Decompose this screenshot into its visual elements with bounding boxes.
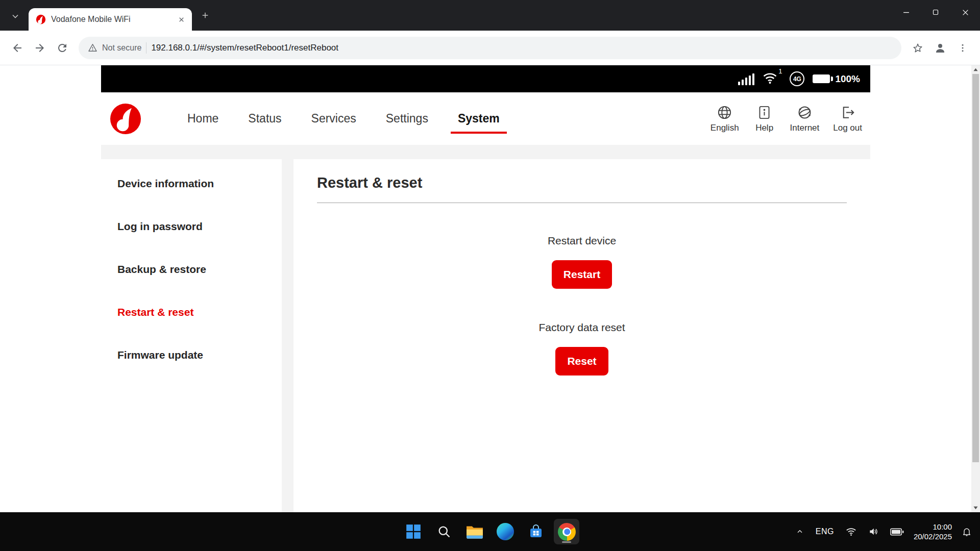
edge-icon: [497, 523, 514, 540]
search-button[interactable]: [431, 519, 457, 544]
plus-icon: [201, 11, 209, 19]
browser-tab[interactable]: Vodafone Mobile WiFi: [29, 8, 192, 31]
reload-icon: [56, 42, 68, 54]
logout-icon: [840, 105, 855, 120]
battery-percent: 100%: [835, 73, 860, 85]
taskbar-clock[interactable]: 10:00 20/02/2025: [914, 522, 952, 541]
not-secure-label[interactable]: Not secure: [102, 43, 141, 53]
tab-title: Vodafone Mobile WiFi: [51, 15, 170, 24]
menu-label: Settings: [386, 112, 428, 126]
sidebar-item-device-information[interactable]: Device information: [117, 177, 272, 190]
battery-nub: [831, 77, 833, 81]
speaker-icon: [868, 527, 878, 537]
maximize-button[interactable]: [921, 0, 950, 24]
star-icon: [912, 42, 923, 54]
address-bar[interactable]: Not secure 192.168.0.1/#/system/resetReb…: [79, 37, 901, 59]
help-doc-icon: [756, 105, 772, 120]
tab-search-button[interactable]: [6, 7, 24, 26]
tray-volume-button[interactable]: [866, 524, 880, 539]
omnibox-divider: [146, 42, 146, 54]
clock-date: 20/02/2025: [914, 532, 952, 541]
help-label: Help: [755, 123, 773, 133]
file-explorer-icon: [466, 524, 483, 539]
scrollbar-thumb[interactable]: [972, 74, 979, 462]
internet-button[interactable]: Internet: [790, 105, 820, 133]
system-sidebar: Device information Log in password Backu…: [101, 159, 282, 512]
tray-battery-button[interactable]: [888, 526, 906, 538]
start-button[interactable]: [401, 519, 426, 544]
scroll-down-arrow[interactable]: [971, 504, 980, 512]
wifi-status: 1: [763, 72, 781, 86]
browser-menu-button[interactable]: [951, 37, 974, 59]
battery-icon: [813, 74, 830, 83]
language-indicator[interactable]: ENG: [814, 525, 836, 538]
microsoft-store-icon: [528, 524, 544, 539]
sidebar-item-login-password[interactable]: Log in password: [117, 219, 272, 233]
network-4g-badge: 4G: [790, 71, 804, 86]
windows-taskbar: ENG 10:00 20/02/2025: [0, 512, 980, 551]
sidebar-item-backup-restore[interactable]: Backup & restore: [117, 262, 272, 276]
sidebar-item-restart-reset[interactable]: Restart & reset: [117, 305, 272, 319]
reload-button[interactable]: [51, 37, 74, 59]
minimize-icon: [903, 9, 910, 16]
help-button[interactable]: Help: [753, 105, 776, 133]
triangle-up-icon: [973, 67, 978, 72]
triangle-down-icon: [973, 506, 978, 510]
menu-item-services[interactable]: Services: [297, 92, 371, 145]
close-window-button[interactable]: [950, 0, 980, 24]
device-status-bar: 1 4G 100%: [101, 65, 870, 92]
scroll-up-arrow[interactable]: [971, 65, 980, 74]
menu-item-system[interactable]: System: [443, 92, 514, 145]
sidebar-item-firmware-update[interactable]: Firmware update: [117, 348, 272, 362]
web-page: 1 4G 100% Home Status Services Settings …: [0, 65, 971, 512]
factory-reset-label: Factory data reset: [317, 321, 847, 334]
microsoft-store-button[interactable]: [523, 519, 549, 544]
maximize-icon: [933, 9, 939, 15]
avatar-icon: [934, 42, 946, 54]
bookmark-button[interactable]: [906, 37, 929, 59]
wifi-icon: [763, 72, 777, 84]
profile-button[interactable]: [929, 37, 951, 59]
router-ui-container: 1 4G 100% Home Status Services Settings …: [101, 65, 870, 512]
kebab-menu-icon: [958, 43, 968, 53]
logout-button[interactable]: Log out: [833, 105, 862, 133]
main-menu: Home Status Services Settings System: [173, 92, 514, 145]
new-tab-button[interactable]: [196, 6, 214, 24]
chrome-button[interactable]: [554, 519, 579, 544]
minimize-button[interactable]: [891, 0, 921, 24]
close-window-icon: [962, 9, 969, 16]
internet-label: Internet: [790, 123, 820, 133]
file-explorer-button[interactable]: [462, 519, 487, 544]
browser-toolbar: Not secure 192.168.0.1/#/system/resetReb…: [0, 31, 980, 65]
restart-button[interactable]: Restart: [552, 260, 612, 289]
page-scrollbar[interactable]: [971, 65, 980, 512]
forward-button[interactable]: [29, 37, 51, 59]
tab-close-icon[interactable]: [176, 14, 187, 25]
close-x-icon: [178, 16, 185, 23]
url-text[interactable]: 192.168.0.1/#/system/resetReboot1/resetR…: [151, 43, 338, 53]
vodafone-logo[interactable]: [110, 104, 141, 134]
site-navbar: Home Status Services Settings System Eng…: [101, 92, 870, 145]
edge-button[interactable]: [493, 519, 518, 544]
menu-label: Status: [248, 112, 281, 126]
search-icon: [437, 524, 451, 539]
windows-logo-icon: [406, 524, 421, 539]
menu-item-home[interactable]: Home: [173, 92, 233, 145]
page-title: Restart & reset: [317, 174, 847, 191]
signal-strength-icon: [738, 73, 754, 85]
vodafone-favicon-icon: [36, 14, 46, 24]
taskbar-center-icons: [401, 512, 579, 551]
back-button[interactable]: [6, 37, 29, 59]
notifications-button[interactable]: [960, 524, 974, 539]
tab-strip: Vodafone Mobile WiFi: [0, 0, 980, 31]
tray-network-button[interactable]: [844, 525, 859, 538]
menu-item-status[interactable]: Status: [233, 92, 296, 145]
warning-triangle-icon: [88, 43, 97, 53]
menu-item-settings[interactable]: Settings: [371, 92, 443, 145]
content-area: Device information Log in password Backu…: [101, 145, 870, 512]
chevron-up-icon: [796, 528, 804, 536]
language-button[interactable]: English: [710, 105, 739, 133]
hidden-icons-button[interactable]: [794, 525, 806, 538]
reset-button[interactable]: Reset: [555, 347, 608, 375]
logout-label: Log out: [833, 123, 862, 133]
